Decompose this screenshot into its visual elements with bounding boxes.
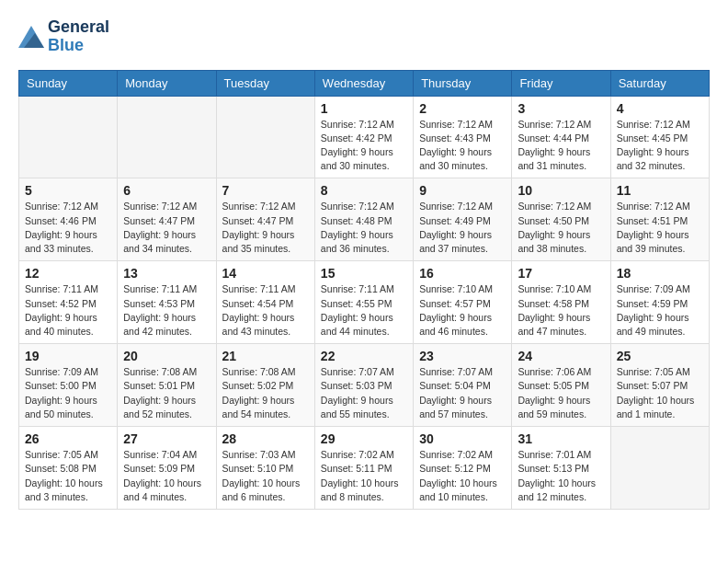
day-info: Sunrise: 7:11 AM Sunset: 4:52 PM Dayligh… [25,282,111,339]
calendar-cell: 14Sunrise: 7:11 AM Sunset: 4:54 PM Dayli… [216,261,314,344]
day-info: Sunrise: 7:03 AM Sunset: 5:10 PM Dayligh… [222,448,309,504]
day-number: 7 [222,183,309,198]
day-number: 17 [518,266,604,281]
calendar-table: SundayMondayTuesdayWednesdayThursdayFrid… [18,70,710,510]
day-number: 5 [25,183,111,198]
day-header-monday: Monday [118,70,216,96]
logo-text: General Blue [48,18,109,55]
day-info: Sunrise: 7:05 AM Sunset: 5:07 PM Dayligh… [617,365,703,421]
calendar-cell: 19Sunrise: 7:09 AM Sunset: 5:00 PM Dayli… [19,344,118,427]
day-number: 31 [518,431,604,446]
calendar-cell: 26Sunrise: 7:05 AM Sunset: 5:08 PM Dayli… [19,427,118,510]
day-number: 20 [123,349,210,363]
calendar-week-4: 19Sunrise: 7:09 AM Sunset: 5:00 PM Dayli… [19,344,710,427]
day-number: 27 [123,431,210,446]
day-info: Sunrise: 7:06 AM Sunset: 5:05 PM Dayligh… [518,365,604,421]
calendar-cell: 9Sunrise: 7:12 AM Sunset: 4:49 PM Daylig… [414,178,512,261]
header-row: SundayMondayTuesdayWednesdayThursdayFrid… [19,70,710,96]
page-header: General Blue [18,18,710,55]
day-number: 15 [321,266,407,281]
calendar-cell: 4Sunrise: 7:12 AM Sunset: 4:45 PM Daylig… [610,96,709,178]
day-header-sunday: Sunday [19,70,118,96]
calendar-cell [118,96,216,178]
calendar-cell: 25Sunrise: 7:05 AM Sunset: 5:07 PM Dayli… [610,344,709,427]
day-info: Sunrise: 7:09 AM Sunset: 4:59 PM Dayligh… [617,282,703,339]
calendar-cell: 28Sunrise: 7:03 AM Sunset: 5:10 PM Dayli… [216,427,314,510]
calendar-header: SundayMondayTuesdayWednesdayThursdayFrid… [19,70,710,96]
calendar-cell: 21Sunrise: 7:08 AM Sunset: 5:02 PM Dayli… [216,344,314,427]
calendar-cell: 20Sunrise: 7:08 AM Sunset: 5:01 PM Dayli… [118,344,216,427]
calendar-cell: 18Sunrise: 7:09 AM Sunset: 4:59 PM Dayli… [610,261,709,344]
calendar-cell: 15Sunrise: 7:11 AM Sunset: 4:55 PM Dayli… [314,261,413,344]
day-info: Sunrise: 7:02 AM Sunset: 5:11 PM Dayligh… [321,448,407,504]
day-number: 23 [419,349,506,363]
calendar-cell: 3Sunrise: 7:12 AM Sunset: 4:44 PM Daylig… [512,96,610,178]
day-number: 16 [419,266,506,281]
calendar-week-3: 12Sunrise: 7:11 AM Sunset: 4:52 PM Dayli… [19,261,710,344]
day-info: Sunrise: 7:12 AM Sunset: 4:43 PM Dayligh… [419,118,506,174]
day-number: 18 [617,266,703,281]
day-number: 13 [123,266,210,281]
day-number: 29 [321,431,407,446]
day-header-friday: Friday [512,70,610,96]
day-header-wednesday: Wednesday [314,70,413,96]
day-number: 12 [25,266,111,281]
day-number: 6 [123,183,210,198]
calendar-cell: 1Sunrise: 7:12 AM Sunset: 4:42 PM Daylig… [314,96,413,178]
calendar-week-1: 1Sunrise: 7:12 AM Sunset: 4:42 PM Daylig… [19,96,710,178]
day-number: 11 [617,183,703,198]
calendar-cell: 29Sunrise: 7:02 AM Sunset: 5:11 PM Dayli… [314,427,413,510]
day-number: 19 [25,349,111,363]
day-number: 2 [419,101,506,116]
day-number: 21 [222,349,309,363]
day-header-tuesday: Tuesday [216,70,314,96]
calendar-cell: 23Sunrise: 7:07 AM Sunset: 5:04 PM Dayli… [414,344,512,427]
calendar-body: 1Sunrise: 7:12 AM Sunset: 4:42 PM Daylig… [19,96,710,509]
calendar-cell: 7Sunrise: 7:12 AM Sunset: 4:47 PM Daylig… [216,178,314,261]
calendar-cell: 27Sunrise: 7:04 AM Sunset: 5:09 PM Dayli… [118,427,216,510]
day-info: Sunrise: 7:12 AM Sunset: 4:46 PM Dayligh… [25,200,111,256]
day-info: Sunrise: 7:10 AM Sunset: 4:58 PM Dayligh… [518,282,604,339]
day-number: 14 [222,266,309,281]
day-info: Sunrise: 7:11 AM Sunset: 4:55 PM Dayligh… [321,282,407,339]
calendar-cell: 17Sunrise: 7:10 AM Sunset: 4:58 PM Dayli… [512,261,610,344]
calendar-cell: 12Sunrise: 7:11 AM Sunset: 4:52 PM Dayli… [19,261,118,344]
day-number: 25 [617,349,703,363]
day-info: Sunrise: 7:01 AM Sunset: 5:13 PM Dayligh… [518,448,604,504]
day-info: Sunrise: 7:12 AM Sunset: 4:49 PM Dayligh… [419,200,506,256]
logo: General Blue [18,18,109,55]
day-info: Sunrise: 7:12 AM Sunset: 4:42 PM Dayligh… [321,118,407,174]
day-info: Sunrise: 7:02 AM Sunset: 5:12 PM Dayligh… [419,448,506,504]
day-number: 28 [222,431,309,446]
day-info: Sunrise: 7:11 AM Sunset: 4:53 PM Dayligh… [123,282,210,339]
day-info: Sunrise: 7:10 AM Sunset: 4:57 PM Dayligh… [419,282,506,339]
day-info: Sunrise: 7:12 AM Sunset: 4:47 PM Dayligh… [123,200,210,256]
day-number: 26 [25,431,111,446]
calendar-cell: 2Sunrise: 7:12 AM Sunset: 4:43 PM Daylig… [414,96,512,178]
calendar-cell: 8Sunrise: 7:12 AM Sunset: 4:48 PM Daylig… [314,178,413,261]
calendar-cell: 31Sunrise: 7:01 AM Sunset: 5:13 PM Dayli… [512,427,610,510]
calendar-cell [610,427,709,510]
calendar-week-5: 26Sunrise: 7:05 AM Sunset: 5:08 PM Dayli… [19,427,710,510]
day-info: Sunrise: 7:08 AM Sunset: 5:01 PM Dayligh… [123,365,210,421]
day-info: Sunrise: 7:05 AM Sunset: 5:08 PM Dayligh… [25,448,111,504]
calendar-cell: 24Sunrise: 7:06 AM Sunset: 5:05 PM Dayli… [512,344,610,427]
day-number: 4 [617,101,703,116]
day-info: Sunrise: 7:07 AM Sunset: 5:03 PM Dayligh… [321,365,407,421]
calendar-cell: 30Sunrise: 7:02 AM Sunset: 5:12 PM Dayli… [414,427,512,510]
day-header-thursday: Thursday [414,70,512,96]
day-info: Sunrise: 7:11 AM Sunset: 4:54 PM Dayligh… [222,282,309,339]
day-info: Sunrise: 7:12 AM Sunset: 4:44 PM Dayligh… [518,118,604,174]
day-info: Sunrise: 7:12 AM Sunset: 4:50 PM Dayligh… [518,200,604,256]
calendar-cell: 10Sunrise: 7:12 AM Sunset: 4:50 PM Dayli… [512,178,610,261]
day-info: Sunrise: 7:08 AM Sunset: 5:02 PM Dayligh… [222,365,309,421]
day-info: Sunrise: 7:07 AM Sunset: 5:04 PM Dayligh… [419,365,506,421]
day-info: Sunrise: 7:12 AM Sunset: 4:47 PM Dayligh… [222,200,309,256]
day-number: 8 [321,183,407,198]
day-number: 10 [518,183,604,198]
calendar-cell: 16Sunrise: 7:10 AM Sunset: 4:57 PM Dayli… [414,261,512,344]
calendar-cell: 6Sunrise: 7:12 AM Sunset: 4:47 PM Daylig… [118,178,216,261]
day-header-saturday: Saturday [610,70,709,96]
calendar-cell: 5Sunrise: 7:12 AM Sunset: 4:46 PM Daylig… [19,178,118,261]
day-info: Sunrise: 7:12 AM Sunset: 4:48 PM Dayligh… [321,200,407,256]
